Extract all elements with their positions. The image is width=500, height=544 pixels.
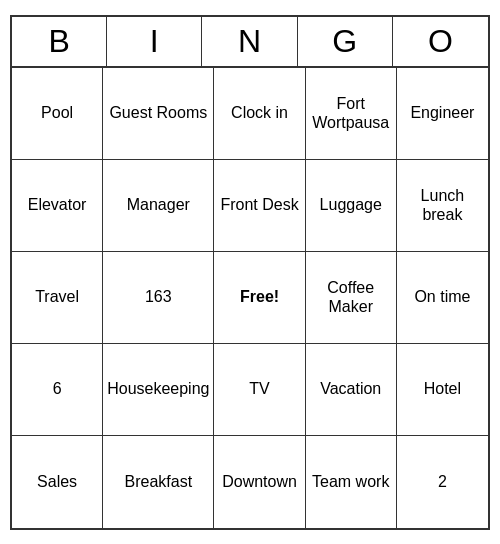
cell-text: Breakfast <box>125 472 193 491</box>
cell-text: Downtown <box>222 472 297 491</box>
cell-text: Pool <box>41 103 73 122</box>
bingo-cell: Coffee Maker <box>306 252 397 344</box>
bingo-cell: 6 <box>12 344 103 436</box>
cell-text: Fort Wortpausa <box>310 94 392 132</box>
cell-text: Housekeeping <box>107 379 209 398</box>
header-letter: G <box>298 17 393 66</box>
cell-text: Team work <box>312 472 389 491</box>
bingo-cell: Fort Wortpausa <box>306 68 397 160</box>
bingo-cell: TV <box>214 344 305 436</box>
bingo-cell: Guest Rooms <box>103 68 214 160</box>
header-letter: B <box>12 17 107 66</box>
bingo-cell: Breakfast <box>103 436 214 528</box>
bingo-card: BINGO PoolGuest RoomsClock inFort Wortpa… <box>10 15 490 530</box>
cell-text: On time <box>414 287 470 306</box>
cell-text: Clock in <box>231 103 288 122</box>
bingo-cell: Lunch break <box>397 160 488 252</box>
bingo-cell: Housekeeping <box>103 344 214 436</box>
bingo-cell: Team work <box>306 436 397 528</box>
cell-text: Vacation <box>320 379 381 398</box>
header-letter: O <box>393 17 488 66</box>
bingo-cell: Elevator <box>12 160 103 252</box>
bingo-cell: Clock in <box>214 68 305 160</box>
bingo-cell: Hotel <box>397 344 488 436</box>
header-letter: I <box>107 17 202 66</box>
bingo-cell: 2 <box>397 436 488 528</box>
cell-text: Luggage <box>320 195 382 214</box>
cell-text: Elevator <box>28 195 87 214</box>
cell-text: 6 <box>53 379 62 398</box>
cell-text: Engineer <box>410 103 474 122</box>
cell-text: 2 <box>438 472 447 491</box>
cell-text: Coffee Maker <box>310 278 392 316</box>
bingo-grid: PoolGuest RoomsClock inFort WortpausaEng… <box>12 68 488 528</box>
bingo-cell: Sales <box>12 436 103 528</box>
header-letter: N <box>202 17 297 66</box>
cell-text: Travel <box>35 287 79 306</box>
cell-text: Free! <box>240 287 279 306</box>
cell-text: Guest Rooms <box>109 103 207 122</box>
cell-text: Lunch break <box>401 186 484 224</box>
bingo-cell: Downtown <box>214 436 305 528</box>
cell-text: Manager <box>127 195 190 214</box>
bingo-header: BINGO <box>12 17 488 68</box>
bingo-cell: Front Desk <box>214 160 305 252</box>
cell-text: TV <box>249 379 269 398</box>
bingo-cell: Free! <box>214 252 305 344</box>
bingo-cell: Pool <box>12 68 103 160</box>
bingo-cell: On time <box>397 252 488 344</box>
bingo-cell: Luggage <box>306 160 397 252</box>
cell-text: Sales <box>37 472 77 491</box>
bingo-cell: Vacation <box>306 344 397 436</box>
cell-text: Front Desk <box>220 195 298 214</box>
cell-text: 163 <box>145 287 172 306</box>
bingo-cell: Manager <box>103 160 214 252</box>
bingo-cell: Travel <box>12 252 103 344</box>
bingo-cell: 163 <box>103 252 214 344</box>
bingo-cell: Engineer <box>397 68 488 160</box>
cell-text: Hotel <box>424 379 461 398</box>
